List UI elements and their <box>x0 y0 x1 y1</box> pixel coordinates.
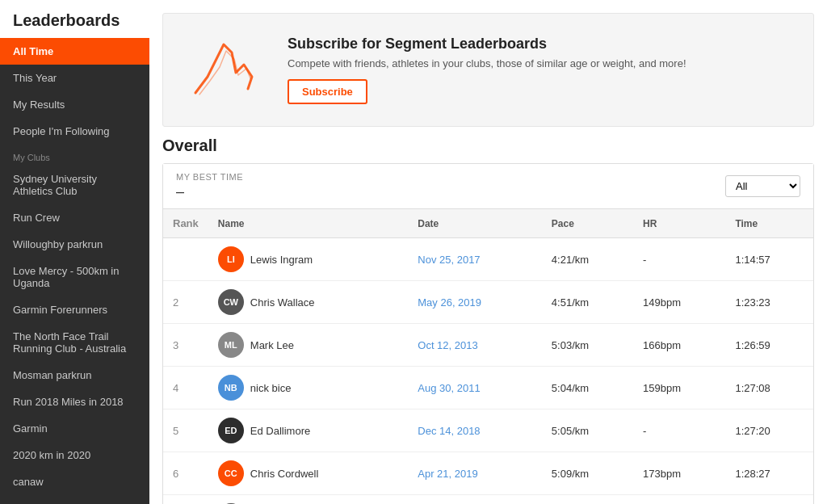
table-row: 7LBLarry BeattNov 17, 20185:24/km168bpm1… <box>163 495 813 505</box>
date-cell[interactable]: Dec 14, 2018 <box>408 410 542 452</box>
hr-cell: 149bpm <box>633 281 725 324</box>
sidebar-club-willoughby[interactable]: Willoughby parkrun <box>0 231 149 258</box>
my-best-section: MY BEST TIME – <box>176 172 725 200</box>
pace-cell: 4:21/km <box>542 238 633 281</box>
sidebar-club-canaw[interactable]: canaw <box>0 468 149 495</box>
sidebar-club-north-face[interactable]: The North Face Trail Running Club - Aust… <box>0 323 149 362</box>
subscribe-banner: Subscribe for Segment Leaderboards Compe… <box>162 13 814 127</box>
col-rank: Rank <box>163 209 208 238</box>
time-cell: 1:27:08 <box>725 367 813 410</box>
col-date: Date <box>408 209 542 238</box>
subscribe-button[interactable]: Subscribe <box>288 79 367 104</box>
avatar: ED <box>218 418 244 443</box>
col-pace: Pace <box>542 209 633 238</box>
athlete-name[interactable]: Ed Dallimore <box>250 425 310 437</box>
time-cell: 1:28:27 <box>725 452 813 495</box>
clubs-section-label: My Clubs <box>0 145 149 166</box>
rank-cell <box>163 238 208 281</box>
col-hr: HR <box>633 209 725 238</box>
hr-cell: 173bpm <box>633 452 725 495</box>
sidebar-club-run-2018[interactable]: Run 2018 Miles in 2018 <box>0 388 149 415</box>
table-header-row: Rank Name Date Pace HR Time <box>163 209 813 238</box>
avatar: ML <box>218 332 244 358</box>
time-cell: 1:14:57 <box>725 238 813 281</box>
overall-section: Overall MY BEST TIME – All My Clubs Foll… <box>149 136 827 504</box>
banner-title: Subscribe for Segment Leaderboards <box>288 36 686 52</box>
date-cell[interactable]: Nov 17, 2018 <box>408 495 542 505</box>
sidebar-item-people-following[interactable]: People I'm Following <box>0 118 149 145</box>
time-cell: 1:26:59 <box>725 324 813 367</box>
time-cell: 1:27:20 <box>725 410 813 452</box>
sidebar-item-my-results[interactable]: My Results <box>0 91 149 118</box>
hr-cell: 166bpm <box>633 324 725 367</box>
sidebar-club-pace-athletic[interactable]: Pace Athletic <box>0 495 149 504</box>
athlete-name[interactable]: nick bice <box>250 382 292 394</box>
table-row: 3MLMark LeeOct 12, 20135:03/km166bpm1:26… <box>163 324 813 367</box>
pace-cell: 5:04/km <box>542 367 633 410</box>
hr-cell: - <box>633 410 725 452</box>
leaderboard-table: Rank Name Date Pace HR Time LILewis Ingr… <box>163 209 813 504</box>
avatar: CC <box>218 460 244 486</box>
athlete-name[interactable]: Chris Cordwell <box>250 468 319 480</box>
overall-title: Overall <box>162 136 814 155</box>
rank-cell: 3 <box>163 324 208 367</box>
athlete-name[interactable]: Lewis Ingram <box>250 254 313 266</box>
sidebar-title: Leaderboards <box>0 0 149 38</box>
avatar: NB <box>218 375 244 401</box>
sidebar-club-sydney-uni[interactable]: Sydney University Athletics Club <box>0 166 149 204</box>
athlete-name[interactable]: Mark Lee <box>250 339 294 351</box>
rank-cell: 4 <box>163 367 208 410</box>
pace-cell: 4:51/km <box>542 281 633 324</box>
sidebar-club-garmin[interactable]: Garmin <box>0 415 149 442</box>
name-cell: LBLarry Beatt <box>208 495 408 504</box>
sidebar-item-all-time[interactable]: All Time <box>0 38 149 65</box>
avatar: LI <box>218 246 244 272</box>
filter-section[interactable]: All My Clubs Following <box>725 175 800 197</box>
name-cell: CCChris Cordwell <box>208 452 408 494</box>
sidebar: Leaderboards All Time This Year My Resul… <box>0 0 149 504</box>
name-cell: MLMark Lee <box>208 324 408 366</box>
rank-cell: 7 <box>163 495 208 505</box>
hr-cell: 168bpm <box>633 495 725 505</box>
table-row: LILewis IngramNov 25, 20174:21/km-1:14:5… <box>163 238 813 281</box>
rank-cell: 6 <box>163 452 208 495</box>
date-cell[interactable]: Aug 30, 2011 <box>408 367 542 410</box>
rank-cell: 2 <box>163 281 208 324</box>
name-cell: CWChris Wallace <box>208 281 408 323</box>
time-cell: 1:23:23 <box>725 281 813 324</box>
date-cell[interactable]: Nov 25, 2017 <box>408 238 542 281</box>
col-name: Name <box>208 209 408 238</box>
banner-description: Compete with friends, athletes in your c… <box>288 57 686 69</box>
leaderboard-header: MY BEST TIME – All My Clubs Following <box>163 164 813 209</box>
pace-cell: 5:09/km <box>542 452 633 495</box>
pace-cell: 5:03/km <box>542 324 633 367</box>
my-best-label: MY BEST TIME <box>176 172 725 182</box>
rank-cell: 5 <box>163 410 208 452</box>
name-cell: NBnick bice <box>208 367 408 409</box>
sidebar-club-2020km[interactable]: 2020 km in 2020 <box>0 442 149 468</box>
route-illustration <box>179 28 268 111</box>
col-time: Time <box>725 209 813 238</box>
banner-text: Subscribe for Segment Leaderboards Compe… <box>288 36 686 104</box>
date-cell[interactable]: May 26, 2019 <box>408 281 542 324</box>
main-content: Subscribe for Segment Leaderboards Compe… <box>149 0 827 504</box>
table-row: 5EDEd DallimoreDec 14, 20185:05/km-1:27:… <box>163 410 813 452</box>
sidebar-club-love-mercy[interactable]: Love Mercy - 500km in Uganda <box>0 258 149 296</box>
sidebar-club-run-crew[interactable]: Run Crew <box>0 204 149 231</box>
name-cell: LILewis Ingram <box>208 238 408 280</box>
table-row: 6CCChris CordwellApr 21, 20195:09/km173b… <box>163 452 813 495</box>
date-cell[interactable]: Oct 12, 2013 <box>408 324 542 367</box>
sidebar-item-this-year[interactable]: This Year <box>0 65 149 91</box>
avatar: CW <box>218 289 244 315</box>
my-best-value: – <box>176 183 725 200</box>
date-cell[interactable]: Apr 21, 2019 <box>408 452 542 495</box>
hr-cell: 159bpm <box>633 367 725 410</box>
filter-select[interactable]: All My Clubs Following <box>725 175 800 197</box>
table-row: 2CWChris WallaceMay 26, 20194:51/km149bp… <box>163 281 813 324</box>
pace-cell: 5:24/km <box>542 495 633 505</box>
sidebar-club-garmin-forerunners[interactable]: Garmin Forerunners <box>0 296 149 323</box>
sidebar-club-mosman[interactable]: Mosman parkrun <box>0 362 149 388</box>
pace-cell: 5:05/km <box>542 410 633 452</box>
athlete-name[interactable]: Chris Wallace <box>250 296 315 309</box>
time-cell: 1:32:59 <box>725 495 813 505</box>
